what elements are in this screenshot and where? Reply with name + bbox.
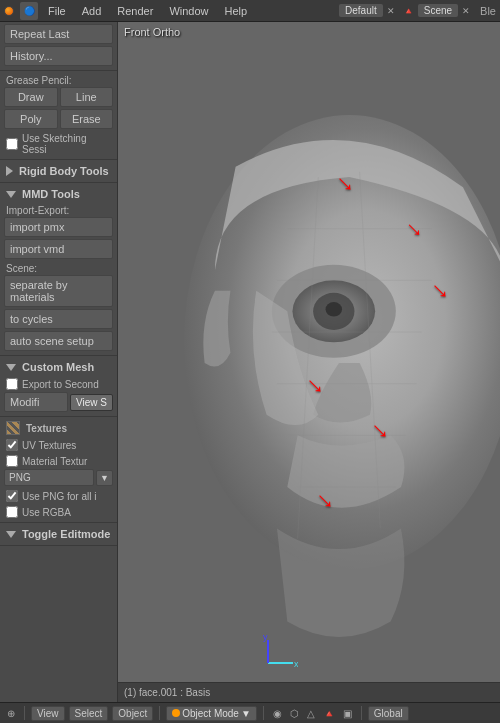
main-layout: Repeat Last History... Grease Pencil: Dr…	[0, 22, 500, 702]
mode-dot	[172, 709, 180, 717]
object-mode-label: Object Mode	[182, 708, 239, 719]
custom-mesh-arrow	[6, 364, 16, 371]
erase-button[interactable]: Erase	[60, 109, 114, 129]
export-to-second-row: Export to Second	[4, 376, 113, 392]
viewport-view-label: Front Ortho	[124, 26, 180, 38]
textures-label: Textures	[26, 423, 67, 434]
menu-help[interactable]: Help	[221, 3, 252, 19]
poly-button[interactable]: Poly	[4, 109, 58, 129]
mode-dropdown-arrow: ▼	[241, 708, 251, 719]
mmd-tools-arrow	[6, 191, 16, 198]
menu-file[interactable]: File	[44, 3, 70, 19]
circle-icon[interactable]: ◉	[270, 707, 285, 720]
scene-section-label: Scene:	[4, 261, 113, 275]
render-icon[interactable]: 🔺	[320, 707, 338, 720]
line-button[interactable]: Line	[60, 87, 114, 107]
draw-button[interactable]: Draw	[4, 87, 58, 107]
png-dropdown-row: PNG ▼	[4, 469, 113, 486]
custom-mesh-header[interactable]: Custom Mesh	[4, 358, 113, 376]
ble-label: Ble	[480, 5, 496, 17]
blender-icon: 🔵	[20, 2, 38, 20]
uv-textures-row: UV Textures	[4, 437, 113, 453]
global-label[interactable]: Global	[368, 706, 409, 721]
uv-textures-label: UV Textures	[22, 440, 76, 451]
use-sketching-row: Use Sketching Sessi	[4, 131, 113, 157]
textures-section: Textures UV Textures Material Textur PNG…	[0, 417, 117, 523]
use-sketching-checkbox[interactable]	[6, 138, 18, 150]
toolbar-sep-4	[361, 706, 362, 720]
mesh-icon[interactable]: ⬡	[287, 707, 302, 720]
toolbar-sep-2	[159, 706, 160, 720]
history-section: Repeat Last History...	[0, 22, 117, 71]
rigid-body-header[interactable]: Rigid Body Tools	[4, 162, 113, 180]
viewport-axis: x y	[258, 635, 298, 672]
menu-add[interactable]: Add	[78, 3, 106, 19]
use-rgba-row: Use RGBA	[4, 504, 113, 520]
top-bar-right: Default ✕ 🔺 Scene ✕ Ble	[339, 4, 496, 17]
screen-icon[interactable]: ▣	[340, 707, 355, 720]
viewport-status-text: (1) face.001 : Basis	[124, 687, 210, 698]
png-dropdown[interactable]: PNG	[4, 469, 94, 486]
custom-mesh-section: Custom Mesh Export to Second Modifi View…	[0, 356, 117, 417]
view-s-button[interactable]: View S	[70, 394, 113, 411]
repeat-last-button[interactable]: Repeat Last	[4, 24, 113, 44]
modif-row: Modifi View S	[4, 392, 113, 412]
use-rgba-checkbox[interactable]	[6, 506, 18, 518]
import-pmx-button[interactable]: import pmx	[4, 217, 113, 237]
rigid-body-arrow	[6, 166, 13, 176]
svg-text:x: x	[294, 659, 298, 669]
material-textur-checkbox[interactable]	[6, 455, 18, 467]
use-png-checkbox[interactable]	[6, 490, 18, 502]
rigid-body-label: Rigid Body Tools	[19, 165, 109, 177]
object-mode-button[interactable]: Object Mode ▼	[166, 706, 257, 721]
svg-point-5	[326, 302, 343, 316]
toggle-editmode-header[interactable]: Toggle Editmode	[4, 525, 113, 543]
draw-line-row: Draw Line	[4, 87, 113, 107]
object-button[interactable]: Object	[112, 706, 153, 721]
viewport[interactable]: Front Ortho	[118, 22, 500, 702]
material-textur-label: Material Textur	[22, 456, 87, 467]
toggle-editmode-section: Toggle Editmode	[0, 523, 117, 546]
history-button[interactable]: History...	[4, 46, 113, 66]
rigid-body-section: Rigid Body Tools	[0, 160, 117, 183]
textures-icon	[6, 421, 20, 435]
viewport-status-bar: (1) face.001 : Basis	[118, 682, 500, 702]
material-textur-row: Material Textur	[4, 453, 113, 469]
grease-pencil-section: Grease Pencil: Draw Line Poly Erase Use …	[0, 71, 117, 160]
uv-textures-checkbox[interactable]	[6, 439, 18, 451]
mmd-tools-header[interactable]: MMD Tools	[4, 185, 113, 203]
grease-pencil-label: Grease Pencil:	[4, 73, 113, 87]
scene-label[interactable]: Scene	[418, 4, 458, 17]
textures-row: Textures	[4, 419, 113, 437]
bottom-toolbar: ⊕ View Select Object Object Mode ▼ ◉ ⬡ △…	[0, 702, 500, 723]
to-cycles-button[interactable]: to cycles	[4, 309, 113, 329]
separate-by-materials-button[interactable]: separate by materials	[4, 275, 113, 307]
window-dot	[4, 6, 14, 16]
use-png-label: Use PNG for all i	[22, 491, 96, 502]
toolbar-sep-1	[24, 706, 25, 720]
menu-render[interactable]: Render	[113, 3, 157, 19]
mmd-tools-label: MMD Tools	[22, 188, 80, 200]
top-menu: File Add Render Window Help	[44, 3, 333, 19]
mmd-tools-section: MMD Tools Import-Export: import pmx impo…	[0, 183, 117, 356]
layout-label[interactable]: Default	[339, 4, 383, 17]
select-button[interactable]: Select	[69, 706, 109, 721]
png-arrow[interactable]: ▼	[96, 470, 113, 486]
export-to-second-checkbox[interactable]	[6, 378, 18, 390]
custom-mesh-label: Custom Mesh	[22, 361, 94, 373]
use-png-row: Use PNG for all i	[4, 488, 113, 504]
export-to-second-label: Export to Second	[22, 379, 99, 390]
toggle-editmode-arrow	[6, 531, 16, 538]
use-sketching-label: Use Sketching Sessi	[22, 133, 111, 155]
import-vmd-button[interactable]: import vmd	[4, 239, 113, 259]
toggle-editmode-label: Toggle Editmode	[22, 528, 110, 540]
toolbar-icon-left[interactable]: ⊕	[4, 707, 18, 720]
modif-button[interactable]: Modifi	[4, 392, 68, 412]
menu-window[interactable]: Window	[165, 3, 212, 19]
auto-scene-setup-button[interactable]: auto scene setup	[4, 331, 113, 351]
svg-text:y: y	[263, 635, 268, 642]
view-button[interactable]: View	[31, 706, 65, 721]
poly-erase-row: Poly Erase	[4, 109, 113, 129]
object-icon[interactable]: △	[304, 707, 318, 720]
use-rgba-label: Use RGBA	[22, 507, 71, 518]
